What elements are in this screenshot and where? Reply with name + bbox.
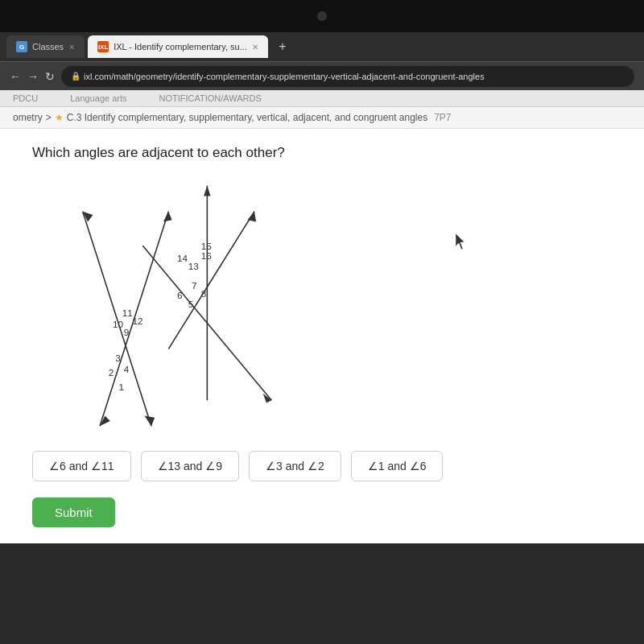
- camera-dot: [317, 11, 327, 21]
- svg-text:10: 10: [113, 319, 124, 329]
- nav-item-3: NOTIFICATION/AWARDS: [159, 93, 262, 103]
- classes-favicon: G: [16, 41, 27, 52]
- svg-marker-10: [144, 416, 155, 427]
- camera-bar: [0, 0, 644, 32]
- svg-text:3: 3: [115, 353, 121, 363]
- address-text: ixl.com/math/geometry/identify-complemen…: [84, 72, 485, 81]
- tab-classes-label: Classes: [32, 42, 64, 52]
- svg-text:16: 16: [201, 250, 212, 261]
- svg-text:7: 7: [192, 280, 197, 291]
- svg-text:8: 8: [201, 288, 207, 299]
- answer-choice-1[interactable]: ∠6 and ∠11: [32, 451, 131, 481]
- nav-item-1: PDCU: [13, 93, 38, 103]
- svg-text:6: 6: [177, 290, 183, 300]
- breadcrumb-home[interactable]: ometry: [13, 112, 43, 123]
- tab-classes-close[interactable]: ✕: [68, 43, 75, 52]
- tab-bar: G Classes ✕ IXL IXL - Identify complemen…: [0, 32, 644, 61]
- main-content: Which angles are adjacent to each other?: [0, 129, 644, 543]
- refresh-button[interactable]: ↻: [45, 70, 55, 83]
- submit-button[interactable]: Submit: [32, 497, 115, 527]
- back-button[interactable]: ←: [10, 70, 21, 83]
- svg-text:11: 11: [122, 308, 133, 318]
- svg-text:2: 2: [109, 367, 114, 378]
- breadcrumb-separator: >: [46, 112, 52, 123]
- breadcrumb: ometry > ★ C.3 Identify complementary, s…: [0, 107, 644, 129]
- tab-classes[interactable]: G Classes ✕: [6, 35, 85, 58]
- svg-text:9: 9: [124, 327, 130, 337]
- answer-choice-4[interactable]: ∠1 and ∠6: [351, 451, 444, 481]
- question-text: Which angles are adjacent to each other?: [32, 145, 612, 161]
- svg-text:12: 12: [133, 316, 143, 326]
- top-overlay-bar: PDCU Language arts NOTIFICATION/AWARDS: [0, 90, 644, 107]
- tab-ixl-close[interactable]: ✕: [252, 43, 258, 52]
- tab-ixl[interactable]: IXL IXL - Identify complementary, su... …: [88, 35, 268, 58]
- browser-chrome: G Classes ✕ IXL IXL - Identify complemen…: [0, 32, 644, 107]
- svg-marker-7: [247, 212, 256, 222]
- screen: G Classes ✕ IXL IXL - Identify complemen…: [0, 0, 644, 644]
- forward-button[interactable]: →: [27, 70, 39, 83]
- svg-text:1: 1: [118, 382, 124, 392]
- address-bar: ← → ↻ 🔒 ixl.com/math/geometry/identify-c…: [0, 61, 644, 90]
- svg-text:13: 13: [188, 261, 199, 271]
- ixl-favicon: IXL: [97, 41, 109, 52]
- svg-marker-5: [204, 186, 211, 196]
- lock-icon: 🔒: [71, 72, 80, 80]
- tab-ixl-label: IXL - Identify complementary, su...: [114, 42, 247, 52]
- address-input[interactable]: 🔒 ixl.com/math/geometry/identify-complem…: [61, 66, 634, 87]
- geometry-diagram: 1 2 4 3 9 10 12 11 5 6 8 7 13 14 16 15: [48, 177, 306, 435]
- breadcrumb-badge: 7P7: [434, 112, 451, 123]
- answer-choices: ∠6 and ∠11 ∠13 and ∠9 ∠3 and ∠2 ∠1 and ∠…: [32, 451, 612, 481]
- svg-text:4: 4: [124, 364, 130, 374]
- svg-text:14: 14: [177, 253, 188, 263]
- nav-item-2: Language arts: [70, 93, 126, 103]
- answer-choice-2[interactable]: ∠13 and ∠9: [141, 451, 240, 481]
- answer-choice-3[interactable]: ∠3 and ∠2: [249, 451, 341, 481]
- svg-text:5: 5: [188, 299, 194, 309]
- diagram-container: 1 2 4 3 9 10 12 11 5 6 8 7 13 14 16 15: [48, 177, 306, 435]
- breadcrumb-star: ★: [55, 112, 64, 123]
- breadcrumb-current: C.3 Identify complementary, supplementar…: [67, 112, 427, 123]
- svg-text:15: 15: [201, 241, 213, 251]
- add-tab-button[interactable]: +: [271, 35, 294, 58]
